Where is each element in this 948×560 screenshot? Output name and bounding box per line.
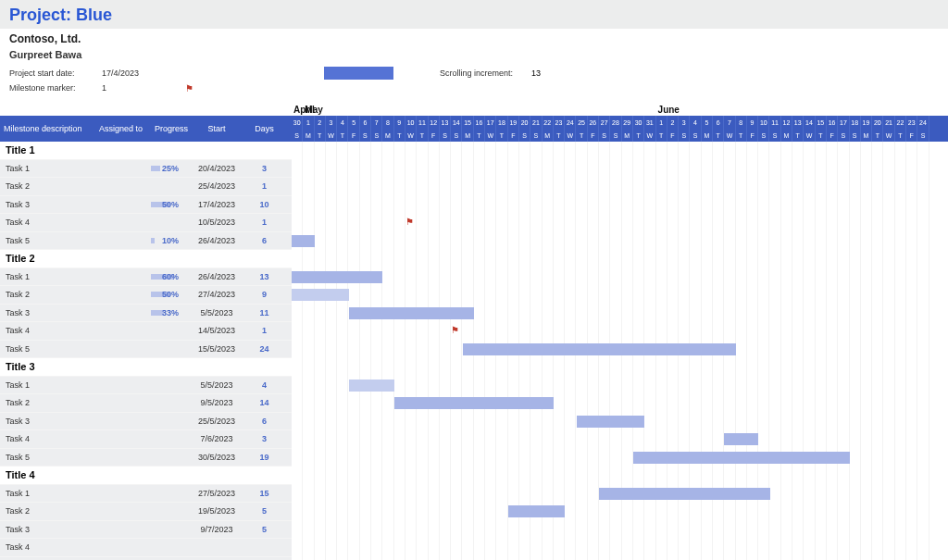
day-cell[interactable]: 13 [440,116,451,129]
task-row[interactable]: Task 250%27/4/20239 [0,286,292,305]
task-row[interactable]: Task 350%17/4/202310 [0,196,292,215]
day-cell[interactable]: 8 [736,116,747,129]
cell-progress[interactable]: 33% [151,308,190,317]
cell-start[interactable]: 26/4/2023 [190,272,243,281]
col-assigned[interactable]: Assigned to [95,124,151,133]
gantt-bar[interactable] [349,307,474,319]
day-cell[interactable]: W [883,129,894,142]
cell-days[interactable]: 3 [243,434,285,443]
cell-desc[interactable]: Task 2 [0,506,95,516]
day-cell[interactable]: 19 [508,116,519,129]
task-row[interactable]: Task 127/5/202315 [0,485,292,504]
day-cell[interactable]: 20 [519,116,530,129]
cell-days[interactable]: 13 [243,272,285,281]
cell-desc[interactable]: Task 4 [0,434,95,443]
day-cell[interactable]: 1 [303,116,314,129]
cell-desc[interactable]: Task 2 [0,290,95,299]
task-row[interactable]: Task 4 [0,539,292,557]
day-cell[interactable]: 1 [656,116,667,129]
day-cell[interactable]: 23 [906,116,917,129]
cell-start[interactable]: 27/5/2023 [190,489,243,498]
cell-desc[interactable]: Title 1 [0,144,95,156]
cell-desc[interactable]: Task 3 [0,525,95,534]
day-cell[interactable]: M [303,129,314,142]
task-row[interactable]: Task 410/5/20231 [0,214,292,232]
day-cell[interactable]: 6 [713,116,724,129]
day-cell[interactable]: T [872,129,883,142]
day-cell[interactable]: 8 [382,116,393,129]
gantt-bar[interactable] [394,397,554,409]
cell-days[interactable]: 24 [243,344,285,354]
cell-days[interactable]: 3 [243,164,285,173]
day-cell[interactable]: F [348,129,359,142]
cell-start[interactable]: 17/4/2023 [190,200,243,209]
cell-desc[interactable]: Task 2 [0,398,95,407]
day-cell[interactable]: 6 [360,116,371,129]
day-cell[interactable]: 21 [530,116,542,129]
task-row[interactable]: Task 29/5/202314 [0,394,292,413]
day-cell[interactable]: 7 [724,116,735,129]
day-cell[interactable]: M [861,129,872,142]
cell-start[interactable]: 9/5/2023 [190,398,243,407]
day-cell[interactable]: T [417,129,428,142]
day-cell[interactable]: S [440,129,451,142]
day-cell[interactable]: 29 [622,116,633,129]
cell-desc[interactable]: Task 5 [0,236,95,245]
day-cell[interactable]: F [588,129,599,142]
cell-start[interactable]: 7/6/2023 [190,434,243,443]
gantt-bar[interactable] [292,289,349,301]
day-cell[interactable]: 18 [850,116,861,129]
day-cell[interactable]: 5 [702,116,713,129]
task-row[interactable]: Task 15/5/20234 [0,377,292,395]
day-cell[interactable]: 16 [827,116,838,129]
day-cell[interactable]: 9 [747,116,758,129]
start-date-value[interactable]: 17/4/2023 [102,68,157,78]
cell-start[interactable]: 10/5/2023 [190,218,243,227]
col-days[interactable]: Days [243,124,285,133]
day-cell[interactable]: S [360,129,371,142]
cell-days[interactable]: 15 [243,489,285,498]
milestone-value[interactable]: 1 [102,83,157,93]
cell-desc[interactable]: Title 4 [0,469,95,480]
day-cell[interactable]: M [622,129,633,142]
cell-days[interactable]: 6 [243,236,285,245]
section-row[interactable]: Title 4 [0,467,292,485]
day-cell[interactable]: M [781,129,792,142]
gantt-bar[interactable] [508,505,566,517]
day-cell[interactable]: S [917,129,929,142]
day-cell[interactable]: F [906,129,917,142]
day-cell[interactable]: S [530,129,542,142]
day-cell[interactable]: 26 [588,116,599,129]
gantt-bar[interactable] [577,416,645,428]
day-cell[interactable]: W [485,129,496,142]
col-start[interactable]: Start [190,124,243,133]
day-cell[interactable]: T [656,129,667,142]
cell-days[interactable]: 19 [243,453,285,462]
cell-days[interactable]: 1 [243,181,285,191]
day-cell[interactable]: 16 [474,116,485,129]
day-cell[interactable]: 30 [633,116,644,129]
cell-start[interactable]: 5/5/2023 [190,380,243,390]
cell-days[interactable]: 14 [243,398,285,407]
day-cell[interactable]: 17 [838,116,849,129]
day-cell[interactable]: T [633,129,644,142]
task-row[interactable]: Task 515/5/202324 [0,341,292,359]
day-cell[interactable]: S [758,129,769,142]
day-cell[interactable]: F [508,129,519,142]
day-cell[interactable]: 9 [394,116,405,129]
day-cell[interactable]: F [747,129,758,142]
day-cell[interactable]: S [599,129,610,142]
day-cell[interactable]: 12 [429,116,440,129]
cell-desc[interactable]: Task 4 [0,326,95,335]
cell-start[interactable]: 25/4/2023 [190,181,243,191]
gantt-bar[interactable] [463,343,736,355]
cell-desc[interactable]: Task 4 [0,542,95,552]
day-cell[interactable]: 14 [451,116,462,129]
scroll-increment-value[interactable]: 13 [531,68,541,78]
day-cell[interactable]: W [724,129,735,142]
day-cell[interactable]: S [769,129,780,142]
task-row[interactable]: Task 333%5/5/202311 [0,305,292,323]
day-cell[interactable]: T [554,129,565,142]
day-cell[interactable]: S [610,129,621,142]
day-cell[interactable]: M [702,129,713,142]
